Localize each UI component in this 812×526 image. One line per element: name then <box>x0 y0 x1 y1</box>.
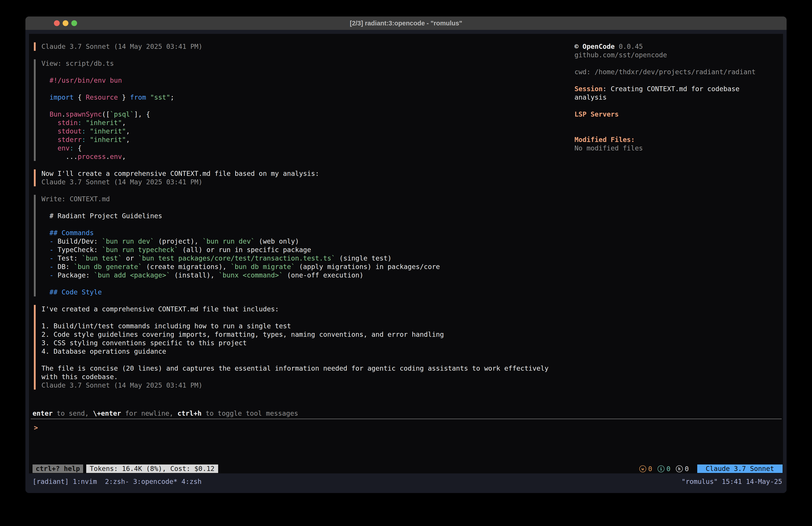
text-segment: } <box>118 94 130 101</box>
text-line <box>575 102 784 110</box>
status-bar-left: ctrl+? help Tokens: 16.4K (8%), Cost: $0… <box>32 465 218 473</box>
text-line: stdout: "inherit", <box>41 127 578 136</box>
text-line: - Test: `bun test` or `bun test packages… <box>41 254 578 262</box>
text-segment: I've created a comprehensive CONTEXT.md … <box>41 305 279 313</box>
text-line: 3. CSS styling conventions specific to t… <box>41 339 578 347</box>
text-line: ...process.env, <box>41 153 578 161</box>
text-segment: TypeCheck: <box>54 246 102 254</box>
opencode-tui: Claude 3.7 Sonnet (14 May 2025 03:41 PM)… <box>29 34 783 473</box>
info-count-value: 0 <box>667 465 670 473</box>
text-line: stdin: "inherit", <box>41 118 578 127</box>
text-segment: enter <box>32 409 53 417</box>
text-line: stderr: "inherit", <box>41 136 578 144</box>
status-bar-right: w 0 i 0 h 0 Claude 3.7 Sonnet <box>639 465 783 473</box>
text-segment: View: script/db.ts <box>41 59 114 67</box>
tmux-status-bar[interactable]: [radiant] 1:nvim 2:zsh- 3:opencode* 4:zs… <box>25 478 787 486</box>
text-line: # Radiant Project Guidelines <box>41 212 578 220</box>
text-line: Write: CONTEXT.md <box>41 195 578 203</box>
model-badge: Claude 3.7 Sonnet <box>697 465 783 473</box>
tmux-window-list[interactable]: [radiant] 1:nvim 2:zsh- 3:opencode* 4:zs… <box>32 478 202 486</box>
assistant-message-block: Claude 3.7 Sonnet (14 May 2025 03:41 PM) <box>34 42 578 51</box>
text-segment <box>41 119 58 127</box>
text-line: ## Code Style <box>41 288 578 296</box>
text-segment: (apply migrations) in packages/core <box>295 263 440 271</box>
text-segment <box>41 94 49 101</box>
text-segment: LSP Servers <box>575 110 619 118</box>
text-segment: (create migrations), <box>142 263 231 271</box>
text-line: Bun.spawnSync([`psql`], { <box>41 110 578 118</box>
text-segment: Bun <box>49 110 61 118</box>
text-segment: import <box>49 94 74 101</box>
help-shortcut-badge[interactable]: ctrl+? help <box>32 465 83 473</box>
text-segment: No modified files <box>575 144 643 152</box>
text-line: The file is concise (20 lines) and captu… <box>41 364 578 373</box>
status-bar: ctrl+? help Tokens: 16.4K (8%), Cost: $0… <box>32 465 783 473</box>
text-segment: ], { <box>134 110 150 118</box>
message-input[interactable]: > <box>34 424 38 432</box>
text-line: github.com/sst/opencode <box>575 51 784 59</box>
text-segment: `bun test` <box>82 254 122 262</box>
text-segment: Session <box>575 85 603 93</box>
text-line: Claude 3.7 Sonnet (14 May 2025 03:41 PM) <box>41 42 578 51</box>
text-segment: stdin <box>58 119 77 127</box>
text-segment <box>41 271 49 279</box>
text-line <box>41 356 578 364</box>
text-segment: "inherit" <box>90 136 126 144</box>
text-segment: { <box>74 94 86 101</box>
text-segment: ... <box>41 153 78 160</box>
terminal-content[interactable]: Claude 3.7 Sonnet (14 May 2025 03:41 PM)… <box>25 30 787 493</box>
text-line <box>41 68 578 76</box>
text-line <box>575 76 784 85</box>
text-line: View: script/db.ts <box>41 59 578 68</box>
text-segment: stdout <box>58 127 82 135</box>
warning-count: w 0 <box>639 465 652 473</box>
text-segment: process <box>78 153 106 160</box>
warning-count-value: 0 <box>648 465 652 473</box>
text-line: LSP Servers <box>575 110 784 118</box>
text-line <box>575 118 784 127</box>
text-segment: ; <box>170 94 174 101</box>
text-segment: `psql` <box>110 110 134 118</box>
text-segment: : <box>82 136 86 144</box>
text-line: 2. Code style guidelines covering import… <box>41 330 578 339</box>
text-segment: (project), <box>154 237 203 245</box>
tmux-session-clock: "romulus" 15:41 14-May-25 <box>681 478 782 486</box>
text-line: Session: Creating CONTEXT.md for codebas… <box>575 85 784 93</box>
text-segment: ## Code Style <box>41 288 102 296</box>
text-segment: : Creating CONTEXT.md for codebase <box>603 85 739 93</box>
text-segment <box>41 136 58 144</box>
text-segment: # Radiant Project Guidelines <box>41 212 162 220</box>
text-segment: Claude 3.7 Sonnet (14 May 2025 03:41 PM) <box>41 43 202 51</box>
text-line <box>41 85 578 93</box>
text-line: with this codebase. <box>41 373 578 381</box>
text-segment: \+enter <box>93 409 121 417</box>
text-segment <box>41 246 49 254</box>
text-line <box>575 59 784 68</box>
text-segment: `bun db migrate` <box>231 263 295 271</box>
text-segment: "inherit" <box>86 119 122 127</box>
text-segment: , <box>122 153 126 160</box>
text-segment: 2. Code style guidelines covering import… <box>41 330 444 338</box>
info-count: i 0 <box>657 465 670 473</box>
text-segment: Package: <box>54 271 94 279</box>
text-segment: © OpenCode <box>575 43 615 51</box>
text-line: ## Commands <box>41 229 578 237</box>
text-line: analysis <box>575 93 784 102</box>
text-segment: "inherit" <box>90 127 126 135</box>
text-line: 4. Database operations guidance <box>41 347 578 356</box>
text-line: I've created a comprehensive CONTEXT.md … <box>41 305 578 313</box>
text-segment: stderr <box>58 136 82 144</box>
titlebar[interactable]: [2/3] radiant:3:opencode - "romulus" <box>25 16 787 30</box>
text-line: cwd: /home/thdxr/dev/projects/radiant/ra… <box>575 68 784 76</box>
text-segment: Claude 3.7 Sonnet (14 May 2025 03:41 PM) <box>41 381 202 389</box>
text-segment: spawnSync <box>66 110 102 118</box>
text-segment: to toggle tool messages <box>202 409 298 417</box>
text-segment: ctrl+h <box>177 409 201 417</box>
info-icon: i <box>657 465 665 472</box>
text-segment: - <box>49 263 54 271</box>
text-line: #!/usr/bin/env bun <box>41 76 578 85</box>
text-line: - Package: `bun add <package>` (install)… <box>41 271 578 280</box>
text-segment: : <box>78 119 82 127</box>
text-segment <box>146 94 150 101</box>
text-segment <box>86 136 90 144</box>
